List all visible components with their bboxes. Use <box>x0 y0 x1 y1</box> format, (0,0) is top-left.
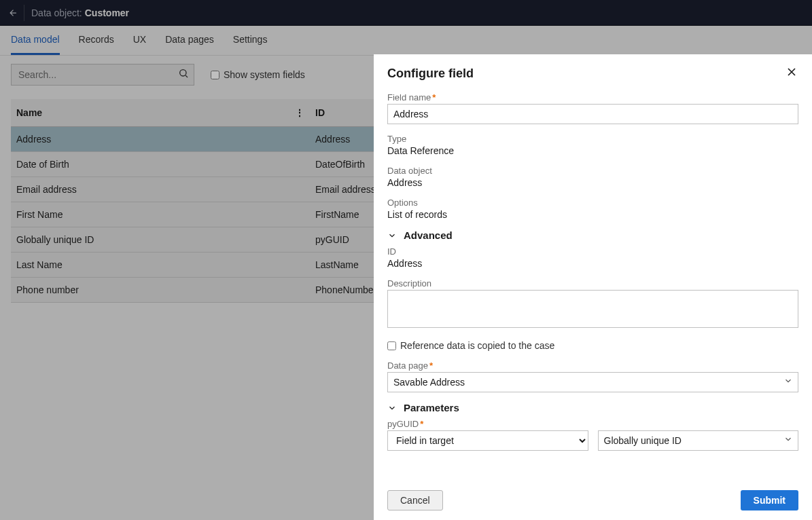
data-object-group: Data object Address <box>387 166 798 188</box>
panel-title: Configure field <box>387 67 474 81</box>
pyguid-group: pyGUID* Field in target <box>387 419 798 451</box>
options-group: Options List of records <box>387 198 798 220</box>
panel-footer: Cancel Submit <box>374 481 812 520</box>
id-group: ID Address <box>387 246 798 269</box>
pyguid-value-select[interactable] <box>598 430 799 451</box>
copy-ref-group: Reference data is copied to the case <box>387 340 798 351</box>
field-name-group: Field name* <box>387 92 798 124</box>
panel-body: Field name* Type Data Reference Data obj… <box>374 88 812 481</box>
data-object-label: Data object <box>387 166 798 176</box>
cancel-button[interactable]: Cancel <box>387 490 443 510</box>
type-group: Type Data Reference <box>387 134 798 156</box>
configure-field-panel: Configure field Field name* Type Data Re… <box>374 54 812 520</box>
advanced-section-header[interactable]: Advanced <box>387 229 798 241</box>
options-label: Options <box>387 198 798 208</box>
options-value: List of records <box>387 209 798 220</box>
id-value: Address <box>387 258 798 269</box>
type-value: Data Reference <box>387 145 798 156</box>
copy-ref-label: Reference data is copied to the case <box>400 340 554 351</box>
chevron-down-icon <box>387 231 397 240</box>
submit-button[interactable]: Submit <box>741 490 798 510</box>
panel-header: Configure field <box>374 54 812 88</box>
data-page-group: Data page* <box>387 360 798 392</box>
description-group: Description <box>387 278 798 331</box>
data-object-value: Address <box>387 177 798 188</box>
field-name-input[interactable] <box>387 104 798 124</box>
description-input[interactable] <box>387 290 798 328</box>
copy-ref-checkbox[interactable] <box>387 341 396 350</box>
type-label: Type <box>387 134 798 144</box>
close-icon <box>785 65 798 79</box>
data-page-label: Data page* <box>387 360 798 371</box>
pyguid-type-select[interactable]: Field in target <box>387 430 588 451</box>
data-page-select[interactable] <box>387 372 798 392</box>
id-label: ID <box>387 246 798 257</box>
field-name-label: Field name* <box>387 92 798 103</box>
chevron-down-icon <box>387 403 397 413</box>
pyguid-label: pyGUID* <box>387 419 798 429</box>
close-button[interactable] <box>785 65 798 81</box>
copy-ref-row[interactable]: Reference data is copied to the case <box>387 340 798 351</box>
parameters-section-header[interactable]: Parameters <box>387 402 798 413</box>
description-label: Description <box>387 278 798 289</box>
